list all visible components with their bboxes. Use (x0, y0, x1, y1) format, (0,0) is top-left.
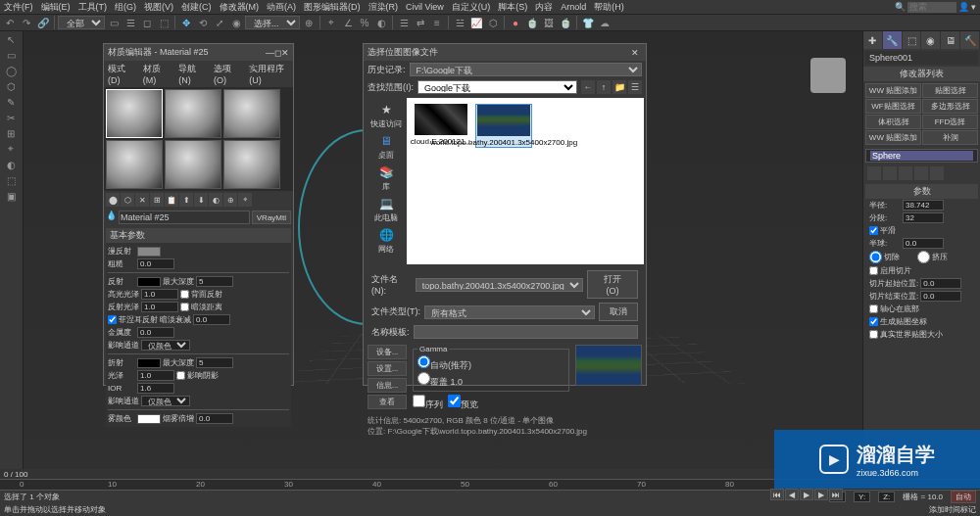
tool-ic5[interactable]: ✎ (0, 94, 22, 110)
refract-swatch[interactable] (137, 358, 161, 368)
rotate-icon[interactable]: ⟲ (195, 15, 211, 30)
menu-animation[interactable]: 动画(A) (267, 1, 296, 14)
window-crossing-icon[interactable]: ⬚ (156, 15, 172, 30)
scale-icon[interactable]: ⤢ (212, 15, 227, 30)
tool-ic10[interactable]: ⬚ (0, 172, 22, 188)
goto-end-icon[interactable]: ⏭ (829, 489, 843, 500)
smooth-checkbox[interactable] (869, 226, 878, 235)
modbtn-7[interactable]: WW 贴图添加 (865, 130, 921, 145)
add-time-marker[interactable]: 添加时间标记 (929, 504, 976, 515)
nav-viewmenu-icon[interactable]: ☰ (628, 80, 642, 94)
matedit-close-icon[interactable]: ✕ (281, 48, 289, 58)
material-name-input[interactable] (119, 211, 250, 224)
tool-ic3[interactable]: ◯ (0, 63, 22, 78)
cmd-tab-utilities[interactable]: 🔨 (960, 31, 980, 49)
tool-ic2[interactable]: ▭ (0, 47, 22, 63)
menu-modifiers[interactable]: 修改器(M) (220, 1, 260, 14)
gamma-override-spinner[interactable]: 1.0 (451, 377, 464, 387)
affect-channel-combo2[interactable]: 仅颜色 (141, 396, 190, 406)
modbtn-6[interactable]: FFD选择 (922, 115, 978, 129)
nav-back-icon[interactable]: ← (581, 80, 595, 94)
tool-ic8[interactable]: ⌖ (0, 141, 22, 157)
search-input[interactable] (907, 2, 956, 13)
goto-start-icon[interactable]: ⏮ (770, 489, 784, 500)
spinner-snap-icon[interactable]: ◐ (373, 15, 389, 30)
dimdist-cb[interactable] (180, 303, 189, 311)
matedit-menu-options[interactable]: 选项(O) (214, 63, 239, 85)
rollout-basic-params[interactable]: 基本参数 (106, 228, 291, 243)
arrow-icon[interactable]: ↖ (0, 31, 22, 47)
mat-slot-6[interactable] (223, 140, 280, 189)
layers-icon[interactable]: ☱ (452, 15, 467, 30)
refcoord-combo[interactable]: 选择... (245, 16, 300, 29)
place-quickaccess[interactable]: ★快速访问 (370, 102, 402, 129)
nav-up-icon[interactable]: ↑ (597, 80, 611, 94)
cmd-tab-create[interactable]: ✚ (863, 31, 883, 49)
render-setup-icon[interactable]: 🍵 (524, 15, 540, 30)
play-icon[interactable]: ▶ (800, 489, 813, 500)
sliceto-spinner[interactable]: 0.0 (920, 291, 961, 302)
fresnel-cb[interactable] (108, 315, 117, 324)
menu-script[interactable]: 脚本(S) (498, 1, 527, 14)
hemi-spinner[interactable]: 0.0 (903, 238, 944, 249)
cmd-tab-motion[interactable]: ◉ (921, 31, 941, 49)
mat-tool-9[interactable]: ⊕ (223, 193, 237, 207)
object-name-field[interactable]: Sphere001 (865, 51, 978, 65)
place-thispc[interactable]: 💻此电脑 (374, 196, 398, 223)
modifier-stack[interactable]: Sphere (865, 149, 978, 163)
named-sel-icon[interactable]: ☰ (396, 15, 412, 30)
basepivot-checkbox[interactable] (869, 305, 878, 313)
rollout-parameters[interactable]: 参数 (865, 184, 978, 199)
modbtn-4[interactable]: 多边形选择 (922, 99, 978, 114)
affectshadows-cb[interactable] (176, 371, 185, 380)
view-button[interactable]: 查看 (368, 395, 407, 409)
y-field[interactable]: Y: (854, 492, 870, 502)
menu-tools[interactable]: 工具(T) (78, 1, 108, 14)
render-frame-icon[interactable]: 🖼 (541, 15, 557, 30)
tshirt-icon[interactable]: 👕 (580, 15, 596, 30)
matedit-menu-utils[interactable]: 实用程序(U) (249, 63, 289, 85)
cmd-tab-display[interactable]: 🖥 (941, 31, 960, 49)
mat-tool-2[interactable]: ⬡ (121, 193, 134, 207)
mat-slot-4[interactable] (106, 140, 163, 189)
nav-newfolder-icon[interactable]: 📁 (612, 80, 626, 94)
file-list[interactable]: cloud.E.200121... world.topo.bathy.20040… (407, 98, 644, 264)
modbtn-2[interactable]: 贴图选择 (922, 83, 978, 98)
mat-slot-1[interactable] (106, 89, 163, 138)
mat-tool-4[interactable]: ⊞ (150, 193, 164, 207)
prev-frame-icon[interactable]: ◀ (785, 489, 799, 500)
align-icon[interactable]: ≡ (429, 15, 445, 30)
reflect-swatch[interactable] (137, 277, 161, 287)
mat-tool-6[interactable]: ⬆ (179, 193, 193, 207)
render-icon[interactable]: 🍵 (558, 15, 573, 30)
segs-spinner[interactable]: 32 (903, 212, 944, 223)
place-libraries[interactable]: 📚库 (376, 164, 396, 192)
metalness-spinner[interactable]: 0.0 (137, 327, 174, 338)
link-icon[interactable]: 🔗 (35, 15, 51, 30)
hilight-spinner[interactable]: 1.0 (141, 289, 178, 300)
setup-button[interactable]: 设置... (368, 361, 407, 376)
cmd-tab-modify[interactable]: 🔧 (883, 31, 903, 49)
select-icon[interactable]: ▭ (106, 15, 122, 30)
menu-customize[interactable]: 自定义(U) (452, 1, 491, 14)
cloud-icon[interactable]: ☁ (597, 15, 612, 30)
matedit-menu-mode[interactable]: 模式(D) (108, 63, 133, 85)
stack-remove-icon[interactable] (914, 166, 928, 180)
maxdepth2-spinner[interactable]: 5 (196, 357, 233, 368)
modifier-list-label[interactable]: 修改器列表 (863, 67, 980, 81)
matedit-minimize-icon[interactable]: — (266, 48, 274, 58)
workspace-icon[interactable]: ▾ (971, 2, 976, 12)
stack-pin-icon[interactable] (867, 166, 881, 180)
slice-checkbox[interactable] (869, 266, 878, 275)
selection-filter-combo[interactable]: 全部 (58, 16, 105, 29)
stack-unique-icon[interactable] (899, 166, 912, 180)
auto-key-button[interactable]: 自动 (951, 491, 976, 503)
place-desktop[interactable]: 🖥桌面 (376, 133, 396, 161)
fogmult-spinner[interactable]: 0.0 (196, 413, 233, 424)
tool-ic6[interactable]: ✂ (0, 110, 22, 125)
modbtn-8[interactable]: 补洞 (922, 130, 978, 145)
mat-pick-icon[interactable]: 💧 (106, 211, 117, 224)
tool-ic4[interactable]: ⬡ (0, 78, 22, 94)
filename-input[interactable]: topo.bathy.200401.3x5400x2700.jpg (416, 278, 583, 292)
tool-ic9[interactable]: ◐ (0, 157, 22, 172)
